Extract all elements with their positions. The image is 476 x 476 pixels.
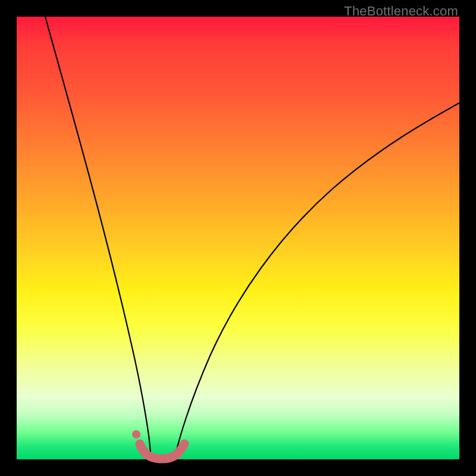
curves-layer xyxy=(17,17,459,459)
chart-frame: TheBottleneck.com xyxy=(0,0,476,476)
right-curve xyxy=(174,103,459,459)
dot-marker xyxy=(132,430,140,439)
plot-area xyxy=(17,17,459,459)
left-curve xyxy=(45,17,151,459)
